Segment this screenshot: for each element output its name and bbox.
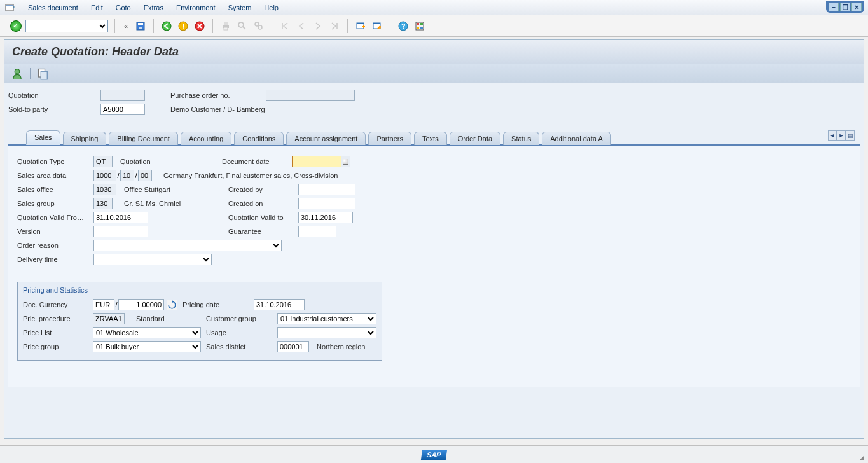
- document-date-label: Document date: [222, 158, 292, 165]
- sales-office-desc: Office Stuttgart: [124, 186, 228, 193]
- price-group-label: Price group: [23, 343, 93, 350]
- resize-grip-icon[interactable]: [859, 455, 864, 460]
- back-green-icon[interactable]: [160, 20, 173, 32]
- sales-district-label: Sales district: [206, 343, 277, 350]
- svg-point-26: [15, 69, 20, 74]
- tab-partners[interactable]: Partners: [368, 132, 411, 145]
- tab-conditions[interactable]: Conditions: [234, 132, 284, 145]
- enter-button[interactable]: [10, 20, 22, 32]
- svg-rect-10: [224, 22, 228, 25]
- pricing-date-field[interactable]: [254, 299, 305, 310]
- find-next-icon: [252, 20, 265, 32]
- menu-bar: Sales document Edit Goto Extras Environm…: [0, 0, 868, 15]
- tab-texts[interactable]: Texts: [414, 132, 447, 145]
- created-by-label: Created by: [228, 186, 298, 193]
- command-field[interactable]: [25, 20, 108, 32]
- quotation-field[interactable]: [100, 90, 145, 101]
- tab-sales[interactable]: Sales: [26, 130, 60, 145]
- quotation-type-field[interactable]: [93, 156, 113, 167]
- sales-org-field[interactable]: [93, 170, 116, 181]
- shortcut-icon[interactable]: [371, 20, 383, 32]
- first-page-icon: [279, 20, 291, 32]
- po-field[interactable]: [266, 90, 355, 101]
- menu-environment[interactable]: Environment: [170, 4, 222, 11]
- price-group-select[interactable]: 01 Bulk buyer: [93, 341, 201, 352]
- tab-scroll: ◄ ► ▤: [828, 130, 855, 141]
- soldto-field[interactable]: [100, 104, 145, 115]
- tab-order-data[interactable]: Order Data: [450, 132, 500, 145]
- save-icon[interactable]: [134, 20, 147, 32]
- back-icon[interactable]: «: [121, 20, 130, 32]
- tab-additional-data-a[interactable]: Additional data A: [542, 132, 611, 145]
- menu-help[interactable]: Help: [258, 4, 285, 11]
- menu-sales-document[interactable]: Sales document: [22, 4, 85, 11]
- menu-system[interactable]: System: [222, 4, 258, 11]
- dist-channel-field[interactable]: [120, 170, 134, 181]
- valid-from-label: Quotation Valid Fro…: [17, 214, 93, 221]
- guarantee-field[interactable]: [298, 226, 336, 237]
- print-icon: [219, 20, 232, 32]
- customer-group-label: Customer group: [206, 315, 277, 322]
- last-page-icon: [328, 20, 341, 32]
- division-field[interactable]: [138, 170, 152, 181]
- system-menu-icon[interactable]: [5, 3, 15, 13]
- menu-edit[interactable]: Edit: [85, 4, 109, 11]
- procedure-field[interactable]: [93, 313, 125, 324]
- toolbar-separator: [390, 19, 390, 33]
- created-on-label: Created on: [228, 200, 298, 207]
- f4-help-icon[interactable]: [341, 156, 350, 167]
- customer-group-select[interactable]: 01 Industrial customers: [277, 313, 376, 324]
- procedure-label: Pric. procedure: [23, 315, 93, 322]
- tab-scroll-left[interactable]: ◄: [828, 130, 837, 141]
- tab-account-assignment[interactable]: Account assignment: [286, 132, 366, 145]
- version-field[interactable]: [93, 226, 148, 237]
- tab-scroll-right[interactable]: ►: [837, 130, 846, 141]
- tab-accounting[interactable]: Accounting: [181, 132, 231, 145]
- exit-yellow-icon[interactable]: [177, 20, 189, 32]
- po-label: Purchase order no.: [170, 92, 266, 99]
- tab-status[interactable]: Status: [503, 132, 539, 145]
- tab-shipping[interactable]: Shipping: [63, 132, 107, 145]
- svg-rect-24: [417, 27, 419, 29]
- exchange-rate-field[interactable]: [118, 299, 164, 310]
- minimize-button[interactable]: –: [829, 3, 839, 11]
- price-list-label: Price List: [23, 329, 93, 336]
- svg-rect-22: [417, 23, 419, 25]
- quotation-label: Quotation: [8, 92, 100, 99]
- svg-point-14: [258, 25, 262, 29]
- next-page-icon: [312, 20, 324, 32]
- price-list-select[interactable]: 01 Wholesale: [93, 327, 201, 338]
- sales-district-field[interactable]: [277, 341, 309, 352]
- tab-billing[interactable]: Billing Document: [109, 132, 178, 145]
- order-reason-label: Order reason: [17, 242, 93, 249]
- maximize-button[interactable]: ❐: [840, 3, 850, 11]
- new-session-icon[interactable]: [354, 20, 367, 32]
- tab-list-button[interactable]: ▤: [846, 130, 855, 141]
- svg-rect-23: [420, 23, 423, 25]
- find-icon: [236, 20, 249, 32]
- close-button[interactable]: ✕: [851, 3, 862, 11]
- display-header-icon[interactable]: [37, 67, 50, 80]
- person-icon[interactable]: [11, 67, 24, 80]
- quotation-type-label: Quotation Type: [17, 158, 93, 165]
- usage-select[interactable]: [277, 327, 376, 338]
- doc-currency-field[interactable]: [93, 299, 114, 310]
- valid-from-field[interactable]: [93, 212, 148, 223]
- svg-rect-18: [373, 23, 380, 24]
- soldto-label[interactable]: Sold-to party: [8, 106, 100, 113]
- delivery-time-select[interactable]: [93, 254, 212, 265]
- sales-group-field[interactable]: [93, 198, 113, 209]
- layout-icon[interactable]: [413, 20, 426, 32]
- help-icon[interactable]: ?: [397, 20, 410, 32]
- refresh-rate-button[interactable]: [167, 300, 177, 310]
- cancel-red-icon[interactable]: [193, 20, 206, 32]
- valid-to-field[interactable]: [298, 212, 353, 223]
- menu-extras[interactable]: Extras: [137, 4, 170, 11]
- svg-rect-25: [420, 27, 423, 29]
- document-date-field[interactable]: [292, 156, 341, 167]
- order-reason-select[interactable]: [93, 240, 282, 251]
- sales-office-field[interactable]: [93, 184, 116, 195]
- menu-goto[interactable]: Goto: [109, 4, 137, 11]
- page-title: Create Quotation: Header Data: [4, 40, 864, 64]
- created-on-field: [298, 198, 355, 209]
